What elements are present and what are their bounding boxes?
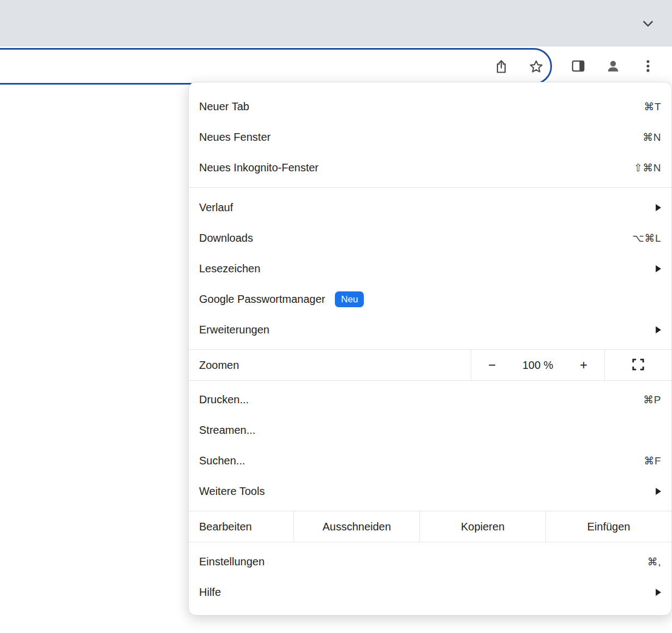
menu-item-shortcut: ⌘,: [647, 556, 661, 568]
cut-button[interactable]: Ausschneiden: [293, 511, 419, 542]
share-icon: [494, 59, 509, 76]
menu-item-new-tab[interactable]: Neuer Tab ⌘T: [189, 91, 671, 122]
copy-button[interactable]: Kopieren: [419, 511, 545, 542]
side-panel-icon: [571, 58, 586, 75]
menu-item-new-incognito-window[interactable]: Neues Inkognito-Fenster ⇧⌘N: [189, 152, 671, 183]
menu-item-label: Weitere Tools: [199, 485, 655, 498]
menu-item-label: Einstellungen: [199, 556, 647, 568]
submenu-arrow-icon: [655, 326, 661, 333]
menu-item-bookmarks[interactable]: Lesezeichen: [189, 253, 671, 284]
submenu-arrow-icon: [655, 204, 661, 211]
menu-item-history[interactable]: Verlauf: [189, 192, 671, 223]
fullscreen-button[interactable]: [631, 357, 645, 373]
zoom-level: 100 %: [523, 359, 554, 372]
zoom-label: Zoomen: [199, 359, 239, 372]
paste-button[interactable]: Einfügen: [545, 511, 671, 542]
zoom-controls: − 100 % +: [471, 350, 605, 380]
menu-item-shortcut: ⇧⌘N: [634, 162, 661, 174]
menu-separator: [189, 187, 671, 188]
menu-item-label: Drucken...: [199, 393, 643, 406]
profile-button[interactable]: [604, 58, 622, 75]
tab-search-button[interactable]: [640, 16, 656, 32]
menu-item-find[interactable]: Suchen... ⌘F: [189, 445, 671, 476]
zoom-in-button[interactable]: +: [577, 357, 590, 373]
menu-item-password-manager[interactable]: Google Passwortmanager Neu: [189, 284, 671, 314]
zoom-out-button[interactable]: −: [485, 357, 499, 373]
menu-item-edit: Bearbeiten Ausschneiden Kopieren Einfüge…: [189, 511, 671, 542]
bookmark-star-button[interactable]: [527, 58, 545, 76]
edit-label: Bearbeiten: [189, 511, 293, 542]
menu-item-extensions[interactable]: Erweiterungen: [189, 314, 671, 345]
menu-item-shortcut: ⌘T: [644, 100, 661, 113]
browser-window: Neuer Tab ⌘T Neues Fenster ⌘N Neues Inko…: [0, 0, 672, 633]
app-menu: Neuer Tab ⌘T Neues Fenster ⌘N Neues Inko…: [188, 82, 672, 616]
menu-item-label: Lesezeichen: [199, 262, 655, 275]
toolbar: [0, 47, 672, 87]
submenu-arrow-icon: [655, 488, 661, 495]
three-dot-menu-icon: [640, 58, 656, 75]
menu-item-shortcut: ⌥⌘L: [632, 232, 661, 244]
menu-item-help[interactable]: Hilfe: [189, 577, 671, 607]
menu-item-label: Erweiterungen: [199, 324, 655, 336]
menu-item-label: Downloads: [199, 232, 632, 244]
menu-item-cast[interactable]: Streamen...: [189, 415, 671, 445]
menu-item-downloads[interactable]: Downloads ⌥⌘L: [189, 223, 671, 253]
menu-item-zoom: Zoomen − 100 % +: [189, 349, 671, 381]
menu-item-new-window[interactable]: Neues Fenster ⌘N: [189, 122, 671, 152]
menu-item-label: Streamen...: [199, 424, 661, 437]
menu-item-shortcut: ⌘N: [643, 131, 661, 144]
menu-item-label: Verlauf: [199, 201, 655, 214]
menu-item-label: Hilfe: [199, 586, 655, 599]
new-badge: Neu: [335, 291, 364, 307]
menu-item-shortcut: ⌘P: [643, 393, 661, 406]
menu-item-settings[interactable]: Einstellungen ⌘,: [189, 546, 671, 577]
tab-strip: [0, 0, 672, 46]
menu-item-label: Neues Fenster: [199, 131, 643, 144]
submenu-arrow-icon: [655, 265, 661, 272]
menu-item-shortcut: ⌘F: [644, 455, 661, 467]
menu-item-print[interactable]: Drucken... ⌘P: [189, 384, 671, 415]
omnibox-address-bar[interactable]: [0, 48, 552, 85]
star-icon: [529, 59, 544, 76]
fullscreen-icon: [631, 365, 645, 373]
profile-avatar-icon: [605, 58, 621, 75]
menu-item-label: Neues Inkognito-Fenster: [199, 162, 634, 174]
share-button[interactable]: [493, 58, 510, 76]
menu-item-more-tools[interactable]: Weitere Tools: [189, 476, 671, 506]
submenu-arrow-icon: [655, 589, 661, 596]
chevron-down-icon: [641, 16, 655, 32]
side-panel-button[interactable]: [569, 58, 587, 75]
menu-item-label: Suchen...: [199, 455, 644, 467]
menu-item-label: Google Passwortmanager: [199, 293, 325, 306]
menu-item-label: Neuer Tab: [199, 100, 644, 113]
browser-menu-button[interactable]: [639, 58, 657, 75]
